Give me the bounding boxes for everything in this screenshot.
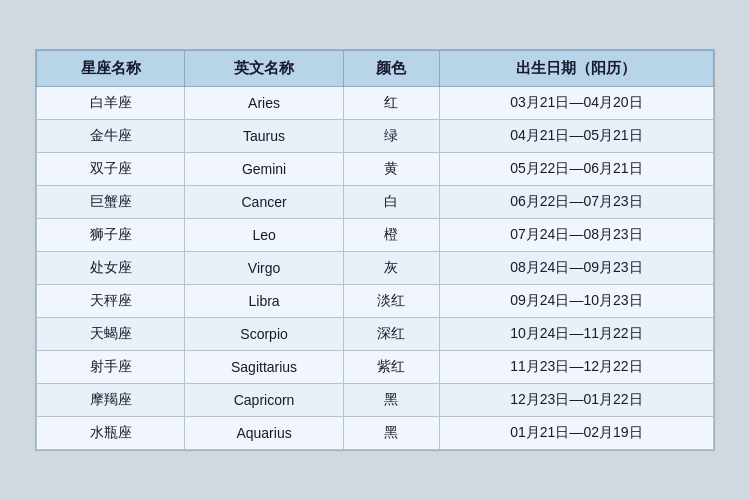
table-row: 天秤座Libra淡红09月24日—10月23日 [37, 285, 714, 318]
cell-english-name: Cancer [185, 186, 344, 219]
table-row: 水瓶座Aquarius黑01月21日—02月19日 [37, 417, 714, 450]
cell-color: 绿 [343, 120, 439, 153]
cell-color: 橙 [343, 219, 439, 252]
cell-date: 03月21日—04月20日 [439, 87, 713, 120]
cell-color: 白 [343, 186, 439, 219]
cell-english-name: Taurus [185, 120, 344, 153]
cell-chinese-name: 双子座 [37, 153, 185, 186]
cell-english-name: Libra [185, 285, 344, 318]
cell-date: 06月22日—07月23日 [439, 186, 713, 219]
cell-date: 09月24日—10月23日 [439, 285, 713, 318]
table-row: 双子座Gemini黄05月22日—06月21日 [37, 153, 714, 186]
cell-date: 01月21日—02月19日 [439, 417, 713, 450]
cell-color: 紫红 [343, 351, 439, 384]
cell-english-name: Aquarius [185, 417, 344, 450]
zodiac-table-container: 星座名称 英文名称 颜色 出生日期（阳历） 白羊座Aries红03月21日—04… [35, 49, 715, 451]
cell-date: 11月23日—12月22日 [439, 351, 713, 384]
cell-date: 04月21日—05月21日 [439, 120, 713, 153]
cell-color: 红 [343, 87, 439, 120]
cell-chinese-name: 巨蟹座 [37, 186, 185, 219]
cell-date: 10月24日—11月22日 [439, 318, 713, 351]
cell-chinese-name: 摩羯座 [37, 384, 185, 417]
table-body: 白羊座Aries红03月21日—04月20日金牛座Taurus绿04月21日—0… [37, 87, 714, 450]
table-row: 射手座Sagittarius紫红11月23日—12月22日 [37, 351, 714, 384]
cell-chinese-name: 水瓶座 [37, 417, 185, 450]
cell-english-name: Virgo [185, 252, 344, 285]
table-row: 摩羯座Capricorn黑12月23日—01月22日 [37, 384, 714, 417]
cell-chinese-name: 狮子座 [37, 219, 185, 252]
cell-color: 淡红 [343, 285, 439, 318]
cell-chinese-name: 天秤座 [37, 285, 185, 318]
cell-color: 黑 [343, 384, 439, 417]
cell-color: 黄 [343, 153, 439, 186]
header-date: 出生日期（阳历） [439, 51, 713, 87]
table-header-row: 星座名称 英文名称 颜色 出生日期（阳历） [37, 51, 714, 87]
cell-date: 12月23日—01月22日 [439, 384, 713, 417]
cell-color: 深红 [343, 318, 439, 351]
table-row: 白羊座Aries红03月21日—04月20日 [37, 87, 714, 120]
table-row: 天蝎座Scorpio深红10月24日—11月22日 [37, 318, 714, 351]
cell-date: 08月24日—09月23日 [439, 252, 713, 285]
cell-chinese-name: 处女座 [37, 252, 185, 285]
cell-english-name: Leo [185, 219, 344, 252]
cell-color: 黑 [343, 417, 439, 450]
cell-chinese-name: 射手座 [37, 351, 185, 384]
cell-english-name: Capricorn [185, 384, 344, 417]
cell-english-name: Aries [185, 87, 344, 120]
cell-color: 灰 [343, 252, 439, 285]
cell-english-name: Scorpio [185, 318, 344, 351]
cell-chinese-name: 金牛座 [37, 120, 185, 153]
header-color: 颜色 [343, 51, 439, 87]
table-row: 狮子座Leo橙07月24日—08月23日 [37, 219, 714, 252]
table-row: 巨蟹座Cancer白06月22日—07月23日 [37, 186, 714, 219]
header-chinese-name: 星座名称 [37, 51, 185, 87]
cell-english-name: Sagittarius [185, 351, 344, 384]
cell-date: 07月24日—08月23日 [439, 219, 713, 252]
cell-chinese-name: 天蝎座 [37, 318, 185, 351]
table-row: 金牛座Taurus绿04月21日—05月21日 [37, 120, 714, 153]
cell-date: 05月22日—06月21日 [439, 153, 713, 186]
cell-english-name: Gemini [185, 153, 344, 186]
zodiac-table: 星座名称 英文名称 颜色 出生日期（阳历） 白羊座Aries红03月21日—04… [36, 50, 714, 450]
header-english-name: 英文名称 [185, 51, 344, 87]
cell-chinese-name: 白羊座 [37, 87, 185, 120]
table-row: 处女座Virgo灰08月24日—09月23日 [37, 252, 714, 285]
